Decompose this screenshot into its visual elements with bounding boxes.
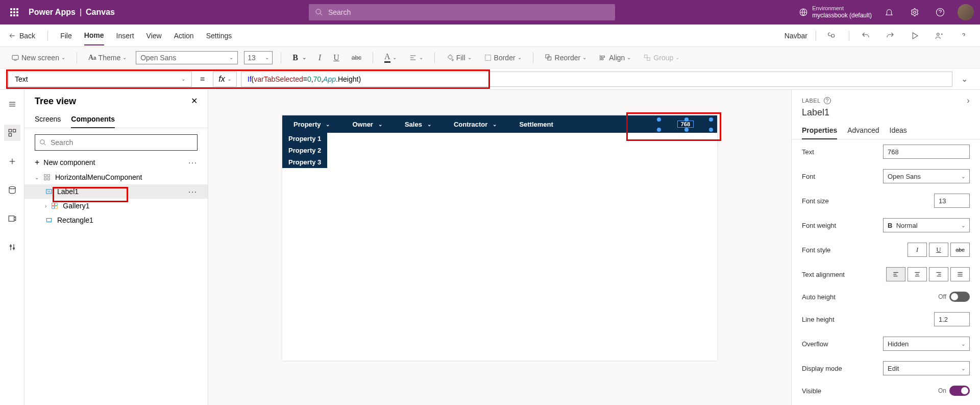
component-icon: [43, 173, 51, 181]
menu-sales[interactable]: Sales⌄: [394, 115, 443, 133]
align-justify-button[interactable]: [950, 267, 970, 281]
menu-insert[interactable]: Insert: [116, 27, 134, 45]
dd-item-3[interactable]: Property 3: [282, 156, 327, 168]
strikethrough-button[interactable]: abc: [349, 52, 364, 63]
font-size-selector[interactable]: 13⌄: [244, 51, 273, 64]
align-center-button[interactable]: [908, 267, 927, 281]
prop-text-input[interactable]: 768: [883, 145, 970, 159]
tab-screens[interactable]: Screens: [35, 111, 61, 128]
italic-toggle[interactable]: I: [908, 243, 927, 257]
font-selector[interactable]: Open Sans⌄: [136, 51, 238, 64]
props-tab-properties[interactable]: Properties: [802, 122, 837, 139]
components-more-icon[interactable]: ···: [188, 158, 198, 166]
visible-toggle[interactable]: [949, 386, 970, 396]
align-left-button[interactable]: [886, 267, 905, 281]
prop-overflow-select[interactable]: Hidden⌄: [883, 337, 970, 351]
prop-fontsize-input[interactable]: 13: [934, 194, 970, 208]
new-component-button[interactable]: +New component: [35, 158, 95, 167]
props-tab-ideas[interactable]: Ideas: [890, 122, 907, 139]
strike-toggle[interactable]: abc: [950, 243, 970, 257]
tree-view-icon[interactable]: [4, 125, 20, 141]
node-more-icon[interactable]: ···: [188, 187, 198, 196]
menu-view[interactable]: View: [146, 27, 162, 45]
help-icon[interactable]: [932, 4, 948, 20]
tree-node-root[interactable]: ⌄ HorizontalMenuComponent: [24, 170, 208, 184]
menu-action[interactable]: Action: [174, 27, 194, 45]
prop-lineheight-input[interactable]: 1.2: [934, 312, 970, 326]
close-tree-icon[interactable]: ✕: [191, 96, 198, 107]
tree-search[interactable]: [35, 134, 198, 151]
svg-point-0: [316, 9, 321, 14]
menu-settlement[interactable]: Settlement: [508, 115, 564, 133]
align-button[interactable]: Align⌄: [596, 52, 634, 64]
menu-settings[interactable]: Settings: [206, 27, 232, 45]
tree-node-label1[interactable]: Label1 ···: [24, 184, 208, 199]
app-checker-icon[interactable]: [824, 28, 841, 44]
tools-icon[interactable]: [4, 239, 20, 255]
play-icon[interactable]: [906, 28, 923, 44]
media-icon[interactable]: [4, 210, 20, 227]
tree-node-rectangle1[interactable]: Rectangle1: [24, 213, 208, 227]
underline-toggle[interactable]: U: [929, 243, 948, 257]
props-tab-advanced[interactable]: Advanced: [847, 122, 879, 139]
data-icon[interactable]: [4, 182, 20, 198]
align-right-button[interactable]: [929, 267, 948, 281]
reorder-button[interactable]: Reorder⌄: [542, 52, 590, 64]
environment-label: Environment: [812, 5, 872, 12]
dd-item-1[interactable]: Property 1: [282, 133, 327, 145]
redo-icon[interactable]: [882, 28, 898, 44]
underline-button[interactable]: U: [330, 51, 342, 64]
undo-icon[interactable]: [857, 28, 874, 44]
tab-components[interactable]: Components: [71, 111, 115, 128]
menu-contractor[interactable]: Contractor⌄: [443, 115, 508, 133]
tree-panel: Tree view ✕ Screens Components +New comp…: [24, 90, 208, 405]
fill-button[interactable]: Fill⌄: [443, 52, 475, 64]
menu-home[interactable]: Home: [84, 26, 104, 45]
theme-button[interactable]: Aa Theme⌄: [85, 52, 130, 64]
prop-displaymode-select[interactable]: Edit⌄: [883, 361, 970, 375]
horizontal-menu: Property⌄ Owner⌄ Sales⌄ Contractor⌄ Sett…: [282, 115, 717, 133]
label-icon: [45, 187, 53, 196]
help2-icon[interactable]: [955, 28, 972, 44]
canvas[interactable]: Property⌄ Owner⌄ Sales⌄ Contractor⌄ Sett…: [282, 115, 717, 361]
tree-search-input[interactable]: [51, 138, 193, 147]
new-screen-button[interactable]: New screen⌄: [8, 52, 68, 64]
menu-file[interactable]: File: [60, 27, 72, 45]
fx-button[interactable]: fx⌄: [213, 72, 236, 87]
expand-props-icon[interactable]: ›: [967, 96, 970, 105]
dd-item-2[interactable]: Property 2: [282, 145, 327, 156]
align-text-button[interactable]: ⌄: [406, 52, 426, 64]
canvas-area: Property⌄ Owner⌄ Sales⌄ Contractor⌄ Sett…: [208, 90, 791, 405]
share-icon[interactable]: [931, 28, 947, 44]
search-box[interactable]: [309, 4, 615, 20]
bold-button[interactable]: B⌄: [289, 51, 309, 64]
expand-formula-icon[interactable]: ⌄: [957, 72, 972, 87]
insert-icon[interactable]: [4, 153, 20, 170]
svg-point-5: [937, 33, 940, 35]
info-icon[interactable]: ?: [824, 97, 831, 104]
menu-owner[interactable]: Owner⌄: [341, 115, 393, 133]
font-color-button[interactable]: A⌄: [381, 50, 400, 65]
selected-label1[interactable]: 768: [677, 121, 694, 128]
svg-rect-17: [645, 55, 647, 57]
border-button[interactable]: Border⌄: [481, 52, 525, 64]
environment-picker[interactable]: Environment myclassbook (default): [799, 5, 872, 19]
app-title: Power Apps|Canvas: [29, 8, 115, 17]
control-name[interactable]: Label1: [792, 107, 980, 122]
tree-node-gallery1[interactable]: › Gallery1: [24, 199, 208, 213]
search-input[interactable]: [328, 8, 609, 16]
hamburger-icon[interactable]: [4, 96, 20, 112]
formula-input[interactable]: If(varTabSelected = 0, 70, App.Height): [241, 72, 952, 87]
settings-icon[interactable]: [906, 4, 923, 20]
autoheight-toggle[interactable]: [949, 292, 970, 302]
italic-button[interactable]: I: [315, 51, 324, 64]
back-button[interactable]: Back: [8, 32, 35, 40]
prop-fontweight-select[interactable]: B Normal⌄: [883, 218, 970, 232]
app-launcher-icon[interactable]: [6, 4, 22, 20]
prop-font-select[interactable]: Open Sans⌄: [883, 169, 970, 183]
menu-property[interactable]: Property⌄: [282, 115, 341, 133]
property-selector[interactable]: Text⌄: [8, 72, 192, 87]
equals-label: =: [196, 75, 209, 84]
user-avatar[interactable]: [958, 4, 974, 20]
notifications-icon[interactable]: [881, 4, 897, 20]
